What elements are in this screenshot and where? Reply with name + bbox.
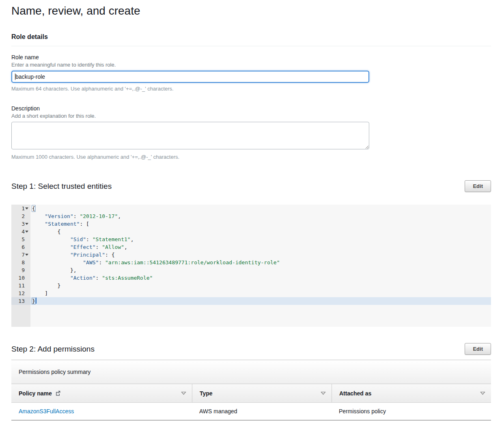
code-line: 1{ xyxy=(11,205,491,212)
role-details-heading: Role details xyxy=(11,33,491,41)
code-line: 7 "Principal": { xyxy=(11,251,491,259)
fold-arrow-icon[interactable] xyxy=(25,223,28,225)
line-number: 2 xyxy=(11,212,30,220)
code-line: 11 } xyxy=(11,282,491,289)
role-name-input[interactable] xyxy=(11,71,369,83)
attached-as-cell: Permissions policy xyxy=(332,403,491,420)
line-number: 4 xyxy=(11,228,30,235)
code-line: 12 ] xyxy=(11,289,491,297)
line-number: 5 xyxy=(11,235,30,243)
line-number: 6 xyxy=(11,243,30,251)
line-number: 7 xyxy=(11,251,30,259)
trust-policy-editor[interactable]: 1{2 "Version": "2012-10-17",3 "Statement… xyxy=(11,205,491,327)
code-line: 5 "Sid": "Statement1", xyxy=(11,235,491,243)
description-label: Description xyxy=(11,105,491,112)
sort-arrow-icon[interactable] xyxy=(181,391,186,395)
line-number: 3 xyxy=(11,220,30,228)
line-number: 12 xyxy=(11,289,30,297)
policy-name-link[interactable]: AmazonS3FullAccess xyxy=(19,408,74,415)
line-number: 8 xyxy=(11,259,30,266)
fold-arrow-icon[interactable] xyxy=(25,254,28,256)
fold-arrow-icon[interactable] xyxy=(25,231,28,233)
permissions-summary-panel: Permissions policy summary Policy name xyxy=(11,360,491,421)
table-header-row: Policy name Type xyxy=(11,384,491,403)
permissions-table: Policy name Type xyxy=(11,384,491,421)
line-number: 11 xyxy=(11,282,30,289)
description-textarea[interactable] xyxy=(11,122,369,149)
permissions-summary-header: Permissions policy summary xyxy=(11,360,491,384)
fold-arrow-icon[interactable] xyxy=(25,207,28,209)
code-line: 9 }, xyxy=(11,266,491,274)
code-line: 6 "Effect": "Allow", xyxy=(11,243,491,251)
page-container: Name, review, and create Role details Ro… xyxy=(0,4,504,421)
line-number: 13 xyxy=(11,297,30,305)
code-line: 8 "AWS": "arn:aws:iam::541263489771:role… xyxy=(11,259,491,266)
step1-edit-button[interactable]: Edit xyxy=(465,180,491,192)
step1-heading: Step 1: Select trusted entities xyxy=(11,182,112,191)
description-constraint: Maximum 1000 characters. Use alphanumeri… xyxy=(11,154,491,160)
type-header-label: Type xyxy=(200,390,213,397)
policy-name-header-label: Policy name xyxy=(19,390,52,397)
line-number: 1 xyxy=(11,205,30,212)
code-line: 3 "Statement": [ xyxy=(11,220,491,228)
table-row: AmazonS3FullAccess AWS managed Permissio… xyxy=(11,403,491,421)
policy-type-cell: AWS managed xyxy=(192,403,332,420)
editor-cursor xyxy=(36,298,37,304)
line-number: 9 xyxy=(11,266,30,274)
code-line: 4 { xyxy=(11,228,491,235)
step2-edit-button[interactable]: Edit xyxy=(465,343,491,355)
role-name-hint: Enter a meaningful name to identify this… xyxy=(11,62,491,68)
role-name-constraint: Maximum 64 characters. Use alphanumeric … xyxy=(11,86,491,92)
section-divider xyxy=(11,46,491,46)
column-header-policy-name[interactable]: Policy name xyxy=(11,384,192,402)
description-hint: Add a short explanation for this role. xyxy=(11,113,491,119)
code-line: 2 "Version": "2012-10-17", xyxy=(11,212,491,220)
role-name-label: Role name xyxy=(11,54,491,60)
code-line: 13} xyxy=(11,297,491,305)
external-link-icon xyxy=(55,390,61,396)
text-cursor xyxy=(15,73,15,80)
attached-as-header-label: Attached as xyxy=(339,390,371,397)
page-title: Name, review, and create xyxy=(11,4,491,18)
column-header-attached-as[interactable]: Attached as xyxy=(332,384,491,402)
column-header-type[interactable]: Type xyxy=(192,384,332,402)
sort-arrow-icon[interactable] xyxy=(321,391,326,395)
editor-lines: 1{2 "Version": "2012-10-17",3 "Statement… xyxy=(11,205,491,305)
step2-heading: Step 2: Add permissions xyxy=(11,345,95,354)
sort-arrow-icon[interactable] xyxy=(480,391,485,395)
line-number: 10 xyxy=(11,274,30,282)
code-line: 10 "Action": "sts:AssumeRole" xyxy=(11,274,491,282)
